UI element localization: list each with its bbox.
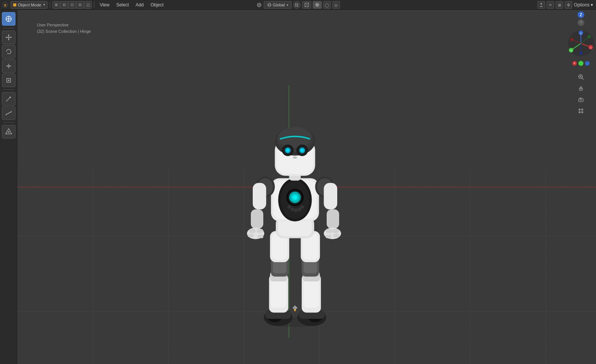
svg-point-76: [287, 205, 291, 209]
camera-icon-btn[interactable]: [576, 95, 586, 104]
viewport-shade-btn[interactable]: 🖥: [556, 1, 563, 9]
svg-point-112: [301, 149, 304, 152]
scale-tool-btn[interactable]: [2, 59, 15, 73]
grid-layout-btn[interactable]: [576, 106, 586, 116]
svg-point-78: [294, 208, 298, 212]
svg-point-30: [8, 80, 9, 81]
top-center-controls: Global ▾ ⛓ ◯ ◎: [256, 1, 340, 9]
svg-marker-26: [9, 65, 11, 67]
axis-gizmo[interactable]: Z X Y: [567, 30, 594, 57]
rotate-icon: [5, 48, 12, 55]
solid-mode-btn[interactable]: [313, 1, 322, 9]
tool-sep-1: [3, 28, 14, 28]
wireframe-icon: [304, 3, 309, 7]
main-viewport[interactable]: User Perspective (32) Scene Collection |…: [17, 10, 596, 364]
x-axis-btn[interactable]: ✕: [572, 61, 577, 66]
global-icon: [267, 3, 272, 7]
rotate-tool-btn[interactable]: [2, 45, 15, 58]
snap-icon-2[interactable]: ⊟: [60, 1, 68, 9]
xray-toggle[interactable]: ◎: [332, 1, 340, 9]
separator-1: [50, 2, 50, 8]
svg-rect-84: [251, 209, 263, 229]
mode-chevron: ▾: [43, 3, 45, 6]
svg-point-117: [294, 309, 296, 311]
tool-sep-3: [3, 122, 14, 123]
svg-marker-27: [6, 65, 8, 67]
svg-point-108: [286, 149, 289, 152]
object-mode-selector[interactable]: Object Mode ▾: [11, 1, 48, 9]
editor-icon-2[interactable]: [547, 1, 554, 9]
robot-model: [220, 68, 370, 333]
svg-point-14: [568, 4, 569, 6]
editor-icon-1[interactable]: [538, 1, 545, 9]
svg-rect-97: [333, 234, 339, 237]
svg-rect-89: [258, 235, 263, 238]
overlay-toggle[interactable]: ◯: [323, 1, 331, 9]
svg-rect-83: [253, 183, 266, 209]
person-icon: [539, 3, 544, 7]
annotate-tool-btn[interactable]: [2, 92, 15, 106]
transform-tool-btn[interactable]: [2, 74, 15, 87]
svg-rect-87: [257, 229, 263, 233]
axis-color-dots: ✕: [572, 61, 590, 66]
svg-point-133: [588, 35, 591, 38]
snap-icon-1[interactable]: ⊞: [52, 1, 60, 9]
proportional-edit-btn[interactable]: ⛓: [293, 1, 301, 9]
z-axis-btn[interactable]: [585, 61, 590, 66]
svg-marker-21: [8, 39, 9, 40]
zoom-icon-btn[interactable]: [576, 72, 586, 82]
hand-icon: [578, 85, 584, 91]
zoom-icon: [578, 74, 584, 80]
svg-rect-144: [581, 111, 583, 113]
options-button[interactable]: Options ▾: [574, 2, 593, 8]
svg-point-75: [293, 195, 298, 200]
y-axis-btn[interactable]: [578, 61, 584, 66]
svg-rect-55: [304, 279, 319, 307]
viewport-tool-icons: [576, 72, 586, 116]
snap-icon-3[interactable]: ⊡: [68, 1, 76, 9]
tool-sep-2: [3, 89, 14, 90]
snap-icon-4[interactable]: ⊟: [76, 1, 84, 9]
svg-point-11: [315, 3, 319, 7]
svg-text:B: B: [4, 3, 7, 7]
z-axis-indicator[interactable]: Z: [578, 11, 584, 18]
svg-marker-23: [10, 37, 12, 38]
svg-text:Y: Y: [570, 49, 572, 52]
svg-point-12: [316, 4, 317, 5]
pan-icon-btn[interactable]: [576, 83, 586, 93]
solid-icon: [315, 3, 320, 7]
select-menu[interactable]: Select: [113, 1, 132, 9]
view-menu[interactable]: View: [97, 1, 112, 9]
svg-point-80: [300, 205, 304, 209]
svg-rect-52: [271, 279, 287, 307]
measure-tool-btn[interactable]: [2, 106, 15, 120]
cursor-tool-btn[interactable]: [2, 12, 15, 26]
scene-settings-btn[interactable]: [565, 1, 572, 9]
grid-icon: [578, 108, 584, 114]
camera-icon: [578, 97, 584, 103]
transform-icon: [256, 2, 262, 8]
separator-2: [94, 2, 94, 8]
global-transform-btn[interactable]: Global ▾: [264, 1, 292, 9]
add-object-icon: [5, 128, 12, 135]
view-axis-numbers: Z ?: [578, 11, 584, 26]
svg-rect-95: [333, 229, 339, 233]
toolbar-snap-icons: ⊞ ⊟ ⊡ ⊟ ◫: [52, 1, 92, 9]
svg-rect-96: [326, 229, 333, 233]
svg-rect-113: [293, 157, 297, 158]
svg-marker-24: [7, 53, 9, 54]
object-menu[interactable]: Object: [147, 1, 167, 9]
svg-line-31: [6, 97, 10, 101]
add-menu[interactable]: Add: [133, 1, 147, 9]
global-chevron: ▾: [287, 3, 288, 7]
q-indicator[interactable]: ?: [578, 19, 584, 26]
svg-rect-141: [579, 109, 581, 111]
move-tool-btn[interactable]: [2, 31, 15, 44]
add-object-btn[interactable]: [2, 125, 15, 138]
mode-label: Object Mode: [18, 3, 41, 7]
snap-icon-5[interactable]: ◫: [84, 1, 92, 9]
svg-line-33: [6, 112, 11, 115]
robot-svg: [220, 68, 370, 332]
svg-rect-86: [249, 229, 256, 233]
wireframe-btn[interactable]: [302, 1, 311, 9]
